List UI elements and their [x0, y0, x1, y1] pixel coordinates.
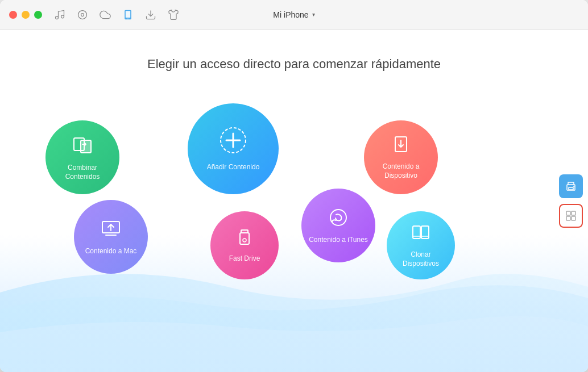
close-button[interactable]: [9, 11, 17, 19]
svg-rect-29: [566, 216, 570, 220]
contenido-itunes-button[interactable]: Contenido a iTunes: [301, 189, 375, 262]
svg-point-18: [243, 239, 246, 242]
contenido-mac-button[interactable]: Contenido a Mac: [74, 200, 148, 274]
page-title: Elegir un acceso directo para comenzar r…: [147, 57, 441, 72]
printer-button[interactable]: [559, 174, 583, 198]
svg-rect-25: [569, 187, 573, 190]
contenido-itunes-label: Contenido a iTunes: [309, 236, 368, 245]
clonar-dispositivos-button[interactable]: ClonarDispositivos: [387, 211, 455, 279]
combinar-contenidos-button[interactable]: CombinarContenidos: [45, 120, 119, 194]
svg-point-0: [56, 16, 59, 19]
svg-rect-9: [81, 140, 91, 153]
anadir-contenido-button[interactable]: Añadir Contenido: [188, 103, 279, 194]
svg-rect-5: [126, 11, 130, 18]
traffic-lights: [9, 11, 42, 19]
fast-drive-button[interactable]: Fast Drive: [210, 211, 279, 279]
svg-point-3: [81, 13, 84, 16]
right-panel: [554, 30, 588, 372]
svg-point-2: [78, 10, 87, 19]
tshirt-icon[interactable]: [167, 9, 180, 21]
svg-rect-27: [566, 211, 570, 215]
main-content: Elegir un acceso directo para comenzar r…: [0, 30, 588, 372]
svg-rect-28: [572, 211, 575, 215]
record-icon[interactable]: [76, 9, 89, 21]
music-icon[interactable]: [53, 9, 66, 21]
svg-point-6: [127, 18, 128, 19]
clonar-label: ClonarDispositivos: [403, 250, 439, 268]
svg-point-19: [330, 210, 346, 225]
minimize-button[interactable]: [22, 11, 30, 19]
circles-area: CombinarContenidos Añadir Contenido: [0, 86, 554, 372]
toolbar-icons: [53, 9, 180, 21]
svg-point-26: [573, 186, 574, 187]
title-text: Mi iPhone: [273, 10, 308, 19]
grid-button[interactable]: [559, 204, 583, 228]
itunes-icon: [328, 207, 349, 232]
title-chevron: ▾: [312, 11, 315, 18]
combinar-label: CombinarContenidos: [65, 164, 100, 181]
svg-point-1: [61, 15, 64, 18]
svg-rect-30: [572, 216, 575, 220]
contenido-dispositivo-label: Contenido aDispositivo: [383, 162, 420, 180]
device-icon[interactable]: [122, 9, 134, 21]
contenido-dispositivo-button[interactable]: Contenido aDispositivo: [364, 120, 438, 194]
mac-icon: [100, 218, 122, 244]
download-icon[interactable]: [144, 9, 157, 21]
device-transfer-icon: [391, 135, 411, 159]
titlebar: Mi iPhone ▾: [0, 0, 588, 30]
combine-icon: [71, 133, 94, 160]
clone-icon: [411, 223, 431, 247]
drive-icon: [235, 228, 254, 251]
app-window: Mi iPhone ▾ Elegir un acceso directo par…: [0, 0, 588, 372]
cloud-icon[interactable]: [99, 9, 111, 21]
add-icon: [219, 126, 247, 160]
contenido-mac-label: Contenido a Mac: [85, 247, 137, 256]
anadir-label: Añadir Contenido: [207, 163, 260, 172]
window-title[interactable]: Mi iPhone ▾: [273, 10, 314, 19]
fast-drive-label: Fast Drive: [229, 254, 260, 264]
maximize-button[interactable]: [34, 11, 42, 19]
